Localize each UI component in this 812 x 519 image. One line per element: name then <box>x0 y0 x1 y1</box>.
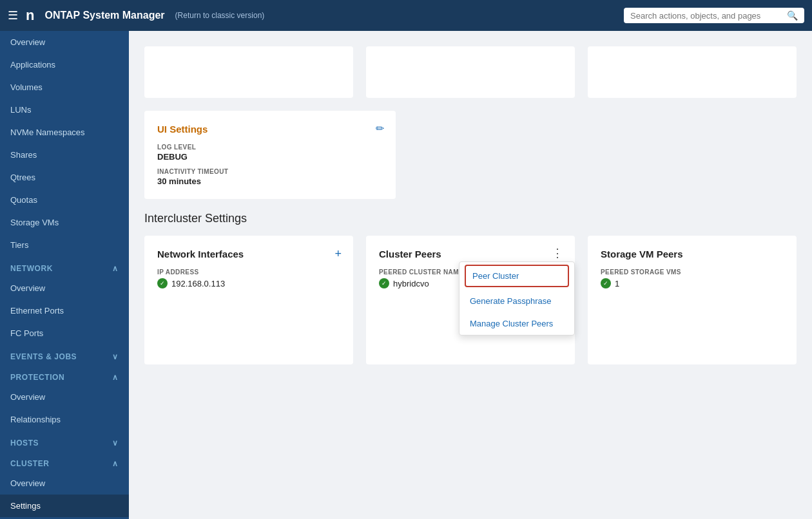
sidebar-section-protection[interactable]: PROTECTION ∧ <box>0 365 129 386</box>
sidebar-item-shares[interactable]: Shares <box>0 144 129 166</box>
sidebar-item-volumes[interactable]: Volumes <box>0 76 129 99</box>
search-box[interactable]: 🔍 <box>624 8 804 23</box>
add-network-interface-button[interactable]: + <box>334 247 342 261</box>
generate-passphrase-menu-item[interactable]: Generate Passphrase <box>459 290 574 312</box>
sidebar-item-applications[interactable]: Applications <box>0 53 129 76</box>
app-title: ONTAP System Manager <box>44 10 164 21</box>
peered-storage-vms-label: PEERED STORAGE VMS <box>601 269 784 276</box>
sidebar-item-nvme[interactable]: NVMe Namespaces <box>0 121 129 144</box>
storage-vm-peers-card: Storage VM Peers PEERED STORAGE VMS ✓ 1 <box>588 236 797 364</box>
cluster-peers-title: Cluster Peers <box>379 249 562 260</box>
sidebar-item-quotas[interactable]: Quotas <box>0 189 129 211</box>
log-level-value: DEBUG <box>157 152 383 162</box>
sidebar-item-luns[interactable]: LUNs <box>0 99 129 121</box>
ui-settings-edit-button[interactable]: ✏ <box>376 122 384 135</box>
main-content: UI Settings ✏ LOG LEVEL DEBUG INACTIVITY… <box>129 31 812 519</box>
sidebar-item-fc-ports[interactable]: FC Ports <box>0 322 129 344</box>
peered-storage-vms-value: ✓ 1 <box>601 278 784 288</box>
inactivity-value: 30 minutes <box>157 176 383 186</box>
cluster-peers-card: Cluster Peers ⋮ PEERED CLUSTER NAME ✓ hy… <box>366 236 575 364</box>
manage-cluster-peers-menu-item[interactable]: Manage Cluster Peers <box>459 312 574 335</box>
sidebar-section-network[interactable]: NETWORK ∧ <box>0 256 129 277</box>
chevron-up-icon: ∧ <box>112 459 119 468</box>
top-cards-row <box>144 46 797 98</box>
app-layout: Overview Applications Volumes LUNs NVMe … <box>0 31 812 519</box>
sidebar-item-prot-overview[interactable]: Overview <box>0 386 129 408</box>
ip-address-label: IP ADDRESS <box>157 269 340 276</box>
search-icon: 🔍 <box>787 10 798 21</box>
ip-status-icon: ✓ <box>157 278 168 288</box>
placeholder-card-2 <box>366 46 575 98</box>
sidebar-section-cluster[interactable]: CLUSTER ∧ <box>0 451 129 472</box>
sidebar-item-cluster-overview[interactable]: Overview <box>0 472 129 495</box>
sidebar-item-tiers[interactable]: Tiers <box>0 234 129 256</box>
peered-cluster-status-icon: ✓ <box>379 278 389 288</box>
inactivity-label: INACTIVITY TIMEOUT <box>157 168 383 175</box>
chevron-up-icon: ∧ <box>112 373 119 382</box>
ip-address-value: ✓ 192.168.0.113 <box>157 278 340 288</box>
log-level-label: LOG LEVEL <box>157 144 383 151</box>
storage-vm-peers-title: Storage VM Peers <box>601 249 784 260</box>
sidebar-item-overview[interactable]: Overview <box>0 31 129 53</box>
menu-icon[interactable]: ☰ <box>8 8 18 23</box>
sidebar-item-qtrees[interactable]: Qtrees <box>0 166 129 189</box>
chevron-down-icon: ∨ <box>112 439 119 448</box>
search-input[interactable] <box>630 11 782 21</box>
classic-link[interactable]: (Return to classic version) <box>175 11 265 20</box>
sidebar: Overview Applications Volumes LUNs NVMe … <box>0 31 129 519</box>
sidebar-item-relationships[interactable]: Relationships <box>0 408 129 431</box>
cluster-peers-menu-button[interactable]: ⋮ <box>552 247 563 259</box>
network-interfaces-card: Network Interfaces + IP ADDRESS ✓ 192.16… <box>144 236 353 364</box>
sidebar-item-ethernet-ports[interactable]: Ethernet Ports <box>0 299 129 322</box>
sidebar-section-hosts[interactable]: HOSTS ∨ <box>0 431 129 451</box>
sidebar-item-storage-vms[interactable]: Storage VMs <box>0 211 129 234</box>
intercluster-heading: Intercluster Settings <box>144 212 797 225</box>
placeholder-card-3 <box>588 46 797 98</box>
ui-settings-row: UI Settings ✏ LOG LEVEL DEBUG INACTIVITY… <box>144 111 797 199</box>
app-logo: n <box>26 7 34 24</box>
network-interfaces-title: Network Interfaces <box>157 249 340 260</box>
sidebar-item-settings[interactable]: Settings <box>0 495 129 517</box>
placeholder-card-1 <box>144 46 353 98</box>
chevron-up-icon: ∧ <box>112 264 119 273</box>
intercluster-row: Network Interfaces + IP ADDRESS ✓ 192.16… <box>144 236 797 364</box>
chevron-down-icon: ∨ <box>112 352 119 361</box>
ui-settings-title: UI Settings <box>157 124 383 135</box>
cluster-peers-dropdown: Peer Cluster Generate Passphrase Manage … <box>459 261 575 335</box>
header: ☰ n ONTAP System Manager (Return to clas… <box>0 0 812 31</box>
sidebar-section-events-jobs[interactable]: EVENTS & JOBS ∨ <box>0 344 129 365</box>
ui-settings-card: UI Settings ✏ LOG LEVEL DEBUG INACTIVITY… <box>144 111 396 199</box>
sidebar-item-net-overview[interactable]: Overview <box>0 277 129 299</box>
peered-storage-vms-status-icon: ✓ <box>601 278 611 288</box>
peer-cluster-menu-item[interactable]: Peer Cluster <box>465 265 569 287</box>
